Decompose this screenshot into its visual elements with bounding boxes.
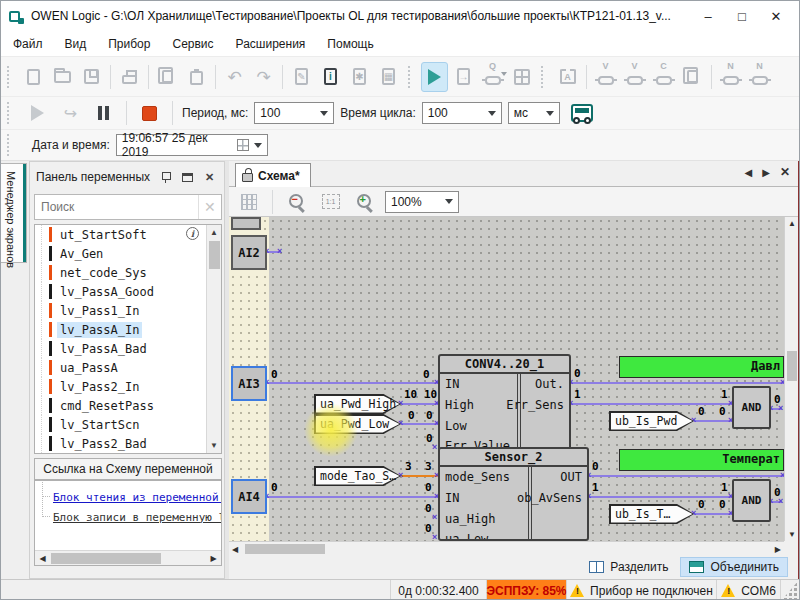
block-stack-icon[interactable] <box>679 62 706 92</box>
wire[interactable] <box>589 496 732 498</box>
toolbar-grip[interactable] <box>7 102 14 124</box>
close-panel-icon[interactable]: ✕ <box>201 169 218 185</box>
close-tab-icon[interactable]: ✕ <box>780 165 790 179</box>
variable-item[interactable]: lv_PassA_Good <box>35 282 221 301</box>
info-icon[interactable]: i <box>186 227 199 240</box>
function-block-CONV4..20_1[interactable]: CONV4..20_1INHighLowErr_ValueOut.Err_Sen… <box>438 354 571 455</box>
sim-pause-button[interactable] <box>90 98 117 128</box>
paste-icon[interactable] <box>183 62 210 92</box>
device-settings-icon[interactable]: ✱ <box>346 62 373 92</box>
wire[interactable] <box>589 475 784 477</box>
start-simulation-icon[interactable] <box>421 62 448 92</box>
scroll-down-icon[interactable]: ▼ <box>788 530 796 539</box>
toolbar-grip[interactable] <box>408 66 415 88</box>
tag-ub_Is_Pwd[interactable]: ub_Is_Pwd <box>609 411 694 431</box>
toolbar-grip[interactable] <box>7 66 14 88</box>
io-block-AI2[interactable]: AI2 <box>231 235 267 270</box>
scroll-left-icon[interactable]: ◀ <box>232 545 238 554</box>
maximize-button[interactable]: □ <box>725 4 759 28</box>
toolbar-grip[interactable] <box>7 134 14 156</box>
wire[interactable] <box>267 496 438 498</box>
output-network-block-icon[interactable]: N <box>746 62 773 92</box>
toolbar-grip[interactable] <box>541 66 548 88</box>
write-to-device-icon[interactable]: ✎ <box>288 62 315 92</box>
search-input[interactable] <box>35 195 198 219</box>
wire[interactable] <box>694 513 732 515</box>
wire[interactable] <box>401 403 438 405</box>
scroll-up-icon[interactable]: ▲ <box>788 219 796 228</box>
zoom-out-icon[interactable]: − <box>283 187 310 217</box>
variable-item[interactable]: ut_StartSofti <box>35 225 221 244</box>
upload-to-device-icon[interactable]: → <box>450 62 477 92</box>
tag-mode_Tao_S[interactable]: mode_Tao_S… <box>314 466 401 486</box>
green-comment[interactable]: Температ <box>619 449 784 471</box>
reference-link[interactable]: Блок чтения из переменной 1 <box>53 491 222 504</box>
restore-icon[interactable] <box>179 169 196 185</box>
canvas-vscrollbar[interactable]: ▲ ▼ <box>784 217 798 541</box>
input-variable-block-icon[interactable]: V <box>592 62 619 92</box>
watch-window-icon[interactable] <box>566 98 598 128</box>
device-information-icon[interactable]: i <box>317 62 344 92</box>
menu-item-3[interactable]: Прибор <box>108 37 150 51</box>
resize-grip[interactable] <box>781 580 799 600</box>
variable-item[interactable]: lv_Pass2_In <box>35 377 221 396</box>
minimize-button[interactable]: – <box>691 4 725 28</box>
copy-icon[interactable] <box>154 62 181 92</box>
io-block-clipped[interactable] <box>231 217 261 230</box>
sim-stop-button[interactable] <box>136 98 163 128</box>
wire[interactable] <box>267 382 438 384</box>
calendar-block-icon[interactable]: A <box>554 62 581 92</box>
green-comment[interactable]: Давл <box>619 356 784 378</box>
menu-item-1[interactable]: Файл <box>13 37 43 51</box>
function-block-Sensor_2[interactable]: Sensor_2mode_SensINua_Highua_LowOUTob_Av… <box>438 447 589 541</box>
split-button[interactable]: Разделить <box>581 558 676 576</box>
output-variable-block-icon[interactable]: V <box>621 62 648 92</box>
scrollbar-thumb[interactable] <box>787 351 797 381</box>
save-project-icon[interactable] <box>78 62 105 92</box>
reference-hscrollbar[interactable]: ◀ ▶ <box>35 550 221 565</box>
variable-item[interactable]: lv_Pass1_In <box>35 301 221 320</box>
and-block[interactable]: AND <box>732 386 771 429</box>
grid-toggle-icon[interactable] <box>235 187 262 217</box>
zoom-fit-icon[interactable]: 1:1 <box>317 187 344 217</box>
menu-item-4[interactable]: Сервис <box>172 37 213 51</box>
variables-table-icon[interactable]: ▦ <box>375 62 402 92</box>
datetime-field[interactable]: 19:06:57 25 дек 2019 <box>116 134 268 156</box>
cycle-unit-combobox[interactable]: мс <box>508 102 560 124</box>
input-network-block-icon[interactable]: N <box>717 62 744 92</box>
variable-item[interactable]: lv_Pass2_Bad <box>35 434 221 453</box>
variable-item[interactable]: lv_PassA_Bad <box>35 339 221 358</box>
scroll-down-icon[interactable]: ▼ <box>207 438 221 453</box>
new-project-icon[interactable] <box>20 62 47 92</box>
scrollbar-thumb[interactable] <box>51 553 161 564</box>
clear-search-icon[interactable]: ✕ <box>198 195 221 219</box>
pin-icon[interactable] <box>157 169 174 185</box>
menu-item-2[interactable]: Вид <box>65 37 87 51</box>
scroll-left-icon[interactable]: ◀ <box>35 551 50 565</box>
tabs-next-icon[interactable]: ▶ <box>762 167 770 178</box>
variable-item[interactable]: lv_PassA_In <box>35 320 221 339</box>
io-block-AI4[interactable]: AI4 <box>231 479 267 514</box>
variable-item[interactable]: ua_PassA <box>35 358 221 377</box>
wire[interactable] <box>694 420 732 422</box>
constant-block-icon[interactable]: C <box>650 62 677 92</box>
io-grid-block-icon[interactable] <box>508 62 535 92</box>
undo-icon[interactable]: ↶ <box>221 62 248 92</box>
merge-button[interactable]: Объединить <box>680 557 788 577</box>
sim-step-button[interactable]: ↪ <box>57 98 84 128</box>
scroll-up-icon[interactable]: ▲ <box>207 225 221 240</box>
reference-link[interactable]: Блок записи в переменную lv <box>53 511 222 524</box>
output-q-block-icon[interactable]: Q <box>479 62 506 92</box>
tabs-prev-icon[interactable]: ◀ <box>745 167 753 178</box>
tab-schema[interactable]: Схема* <box>235 163 311 187</box>
variable-item[interactable]: cmd_ResetPass <box>35 396 221 415</box>
variables-scrollbar[interactable]: ▲ ▼ <box>206 225 221 453</box>
scrollbar-thumb[interactable] <box>245 544 325 554</box>
scroll-right-icon[interactable]: ▶ <box>775 545 781 554</box>
variable-item[interactable]: net_code_Sys <box>35 263 221 282</box>
tag-ub_Is_T[interactable]: ub_Is_T… <box>609 504 694 524</box>
io-block-AI3[interactable]: AI3 <box>231 366 267 401</box>
close-button[interactable]: ✕ <box>759 4 793 28</box>
menu-item-5[interactable]: Расширения <box>236 37 306 51</box>
print-icon[interactable] <box>116 62 143 92</box>
